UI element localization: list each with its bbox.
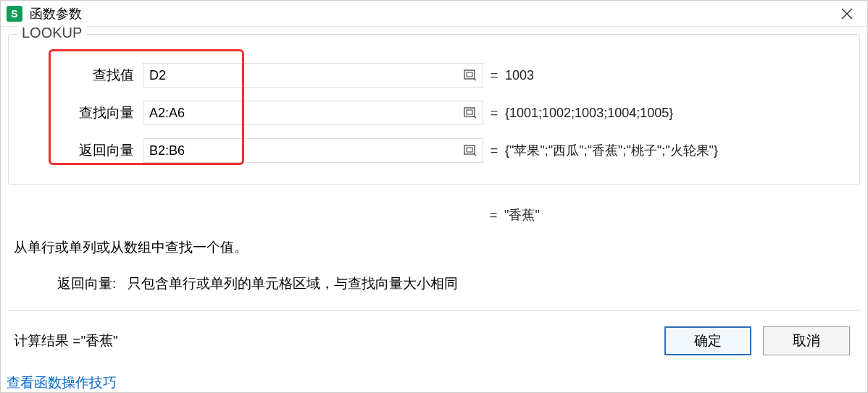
dialog-body: LOOKUP 查找值 = 1003 查找向量 xyxy=(1,27,867,392)
divider xyxy=(8,310,860,311)
calc-result-label: 计算结果 = xyxy=(14,331,80,350)
param-desc-text: 只包含单行或单列的单元格区域，与查找向量大小相同 xyxy=(128,276,458,291)
close-button[interactable] xyxy=(832,3,861,25)
titlebar: S 函数参数 xyxy=(1,1,867,27)
svg-rect-3 xyxy=(467,72,472,77)
param-result: {"苹果";"西瓜";"香蕉";"桃子";"火轮果"} xyxy=(505,142,718,159)
formula-result-row: = "香蕉" xyxy=(8,206,860,224)
equals-sign: = xyxy=(483,68,505,83)
function-arguments-dialog: S 函数参数 LOOKUP 查找值 = 1003 查找向量 xyxy=(0,0,868,393)
range-select-button[interactable] xyxy=(459,102,481,124)
lookup-value-input[interactable] xyxy=(143,65,459,86)
param-result: {1001;1002;1003;1004;1005} xyxy=(505,106,673,121)
close-icon xyxy=(840,7,854,20)
equals-sign: = xyxy=(483,106,505,121)
param-row-lookup-value: 查找值 = 1003 xyxy=(16,56,852,94)
param-label: 查找向量 xyxy=(16,103,143,122)
input-wrap xyxy=(143,63,483,88)
param-label: 返回向量 xyxy=(16,141,143,160)
svg-rect-2 xyxy=(464,70,475,79)
svg-rect-5 xyxy=(467,110,472,114)
range-select-button[interactable] xyxy=(459,140,481,161)
result-vector-input[interactable] xyxy=(143,140,459,161)
description-section: 从单行或单列或从数组中查找一个值。 返回向量: 只包含单行或单列的单元格区域，与… xyxy=(8,238,860,293)
range-icon xyxy=(464,107,477,119)
param-label: 查找值 xyxy=(16,66,143,85)
ok-button[interactable]: 确定 xyxy=(664,326,751,355)
lookup-vector-input[interactable] xyxy=(143,103,459,124)
footer: 计算结果 = "香蕉" 确定 取消 xyxy=(8,323,860,359)
help-link[interactable]: 查看函数操作技巧 xyxy=(7,373,117,392)
input-wrap xyxy=(143,101,483,125)
param-row-lookup-vector: 查找向量 = {1001;1002;1003;1004;1005} xyxy=(16,94,852,132)
equals-sign: = xyxy=(483,143,505,159)
equals-sign: = xyxy=(483,208,504,223)
range-icon xyxy=(464,145,477,156)
cancel-button[interactable]: 取消 xyxy=(763,326,850,355)
param-description: 返回向量: 只包含单行或单列的单元格区域，与查找向量大小相同 xyxy=(14,274,854,293)
svg-rect-4 xyxy=(464,108,475,117)
svg-rect-6 xyxy=(464,145,475,154)
range-select-button[interactable] xyxy=(459,64,481,86)
function-description: 从单行或单列或从数组中查找一个值。 xyxy=(14,238,854,257)
param-result: 1003 xyxy=(505,68,534,83)
svg-rect-7 xyxy=(467,148,472,152)
param-desc-name: 返回向量: xyxy=(57,276,116,291)
calc-result-value: "香蕉" xyxy=(80,331,118,350)
input-wrap xyxy=(143,138,483,163)
dialog-title: 函数参数 xyxy=(30,5,82,22)
param-row-result-vector: 返回向量 = {"苹果";"西瓜";"香蕉";"桃子";"火轮果"} xyxy=(16,132,852,169)
fieldset-legend: LOOKUP xyxy=(17,25,86,41)
lookup-fieldset: LOOKUP 查找值 = 1003 查找向量 xyxy=(8,34,860,185)
formula-result: "香蕉" xyxy=(504,206,540,224)
app-icon: S xyxy=(7,6,22,22)
range-icon xyxy=(464,69,477,81)
